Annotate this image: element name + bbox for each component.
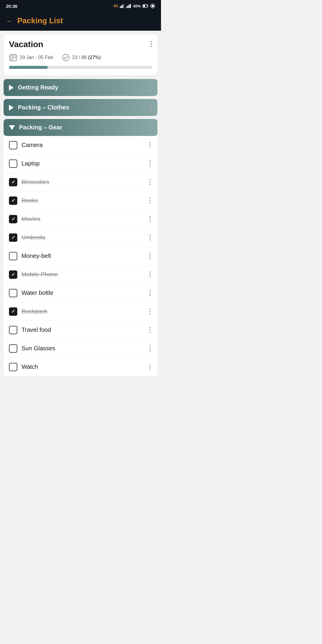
section-packing-gear[interactable]: Packing – Gear xyxy=(4,119,157,136)
item-left-2: ✓Binoculars xyxy=(9,178,49,186)
item-dot-1 xyxy=(149,163,151,164)
svg-rect-22 xyxy=(12,59,13,60)
item-dot-1 xyxy=(149,348,151,349)
item-dot-2 xyxy=(149,221,151,222)
svg-rect-19 xyxy=(13,58,14,58)
expand-icon-gear xyxy=(9,125,15,130)
item-left-11: Sun Glasses xyxy=(9,344,55,353)
item-dot-0 xyxy=(149,253,151,254)
progress-check-icon xyxy=(62,54,70,61)
menu-dot-2 xyxy=(151,43,152,45)
item-label-1: Laptop xyxy=(21,160,40,167)
section-getting-ready[interactable]: Getting Ready xyxy=(4,79,157,96)
item-dot-0 xyxy=(149,271,151,273)
item-dot-2 xyxy=(149,295,151,296)
item-dot-0 xyxy=(149,179,151,180)
svg-rect-1 xyxy=(121,5,122,8)
item-dot-1 xyxy=(149,200,151,201)
checkbox-5[interactable]: ✓ xyxy=(9,233,17,242)
item-menu-button-2[interactable] xyxy=(148,178,152,186)
checkbox-4[interactable]: ✓ xyxy=(9,215,17,223)
checkbox-8[interactable] xyxy=(9,289,17,297)
svg-rect-4 xyxy=(126,6,127,8)
checkbox-12[interactable] xyxy=(9,363,17,371)
item-dot-2 xyxy=(149,165,151,167)
item-dot-2 xyxy=(149,184,151,185)
progress-bar xyxy=(9,66,152,69)
checkbox-0[interactable] xyxy=(9,141,17,149)
vacation-title: Vacation xyxy=(9,40,43,49)
item-menu-button-3[interactable] xyxy=(148,196,152,205)
card-meta: 29 Jan - 05 Feb 23 / 86 (27%) xyxy=(9,53,152,62)
item-menu-button-7[interactable] xyxy=(148,270,152,279)
status-bar: 20:36 4G 40% xyxy=(0,0,161,12)
item-menu-button-11[interactable] xyxy=(148,344,152,353)
section-packing-clothes[interactable]: Packing – Clothes xyxy=(4,99,157,116)
checkbox-2[interactable]: ✓ xyxy=(9,178,17,186)
vacation-menu-button[interactable] xyxy=(151,40,152,47)
svg-rect-15 xyxy=(11,54,12,56)
item-left-5: ✓Umbrella xyxy=(9,233,45,242)
collapse-icon-clothes xyxy=(9,105,14,111)
checkbox-1[interactable] xyxy=(9,160,17,168)
item-menu-button-0[interactable] xyxy=(148,141,152,149)
section-menu-clothes[interactable] xyxy=(151,104,152,111)
checkbox-10[interactable] xyxy=(9,326,17,334)
checkmark: ✓ xyxy=(11,235,15,240)
item-dot-1 xyxy=(149,274,151,275)
svg-rect-16 xyxy=(14,54,15,56)
item-dot-1 xyxy=(149,292,151,294)
table-row: Camera xyxy=(4,136,157,154)
table-row: Watch xyxy=(4,358,157,376)
status-icons: 4G 40% xyxy=(113,4,155,8)
checkbox-3[interactable]: ✓ xyxy=(9,196,17,205)
item-left-4: ✓Movies xyxy=(9,215,40,223)
item-label-2: Binoculars xyxy=(21,179,49,185)
checkmark: ✓ xyxy=(11,216,15,222)
item-menu-button-9[interactable] xyxy=(148,307,152,316)
back-button[interactable]: ← xyxy=(6,17,13,25)
item-menu-button-8[interactable] xyxy=(148,289,152,297)
date-range: 29 Jan - 05 Feb xyxy=(9,53,53,62)
item-dot-2 xyxy=(149,239,151,241)
item-dot-0 xyxy=(149,308,151,310)
table-row: ✓Umbrella xyxy=(4,228,157,247)
section-menu-getting-ready[interactable] xyxy=(151,84,152,91)
item-menu-button-6[interactable] xyxy=(148,252,152,260)
svg-rect-17 xyxy=(10,58,11,58)
checkmark: ✓ xyxy=(11,198,15,203)
svg-point-12 xyxy=(151,5,154,7)
item-label-8: Water bottle xyxy=(21,290,53,296)
item-menu-button-4[interactable] xyxy=(148,215,152,223)
checkmark: ✓ xyxy=(11,179,15,185)
checkbox-9[interactable]: ✓ xyxy=(9,307,17,316)
item-menu-button-5[interactable] xyxy=(148,233,152,242)
svg-point-23 xyxy=(63,54,69,61)
item-dot-2 xyxy=(149,332,151,333)
item-menu-button-1[interactable] xyxy=(148,159,152,168)
item-left-12: Watch xyxy=(9,363,38,371)
checkbox-6[interactable] xyxy=(9,252,17,260)
svg-rect-3 xyxy=(123,4,124,8)
item-menu-button-12[interactable] xyxy=(148,363,152,371)
item-dot-1 xyxy=(149,311,151,312)
status-time: 20:36 xyxy=(6,4,17,9)
item-dot-2 xyxy=(149,276,151,278)
menu-dot-3 xyxy=(151,46,152,47)
item-dot-2 xyxy=(149,258,151,259)
checkbox-7[interactable]: ✓ xyxy=(9,270,17,279)
gear-items-list: CameraLaptop✓Binoculars✓Books✓Movies✓Umb… xyxy=(4,136,157,376)
svg-rect-9 xyxy=(143,5,145,7)
checkbox-11[interactable] xyxy=(9,344,17,353)
table-row: Money-belt xyxy=(4,247,157,265)
item-dot-1 xyxy=(149,329,151,331)
item-left-10: Travel food xyxy=(9,326,51,334)
item-menu-button-10[interactable] xyxy=(148,326,152,334)
item-label-7: Mobile Phone xyxy=(21,271,58,278)
svg-rect-6 xyxy=(129,4,130,8)
section-menu-gear[interactable] xyxy=(151,124,152,131)
item-left-9: ✓Backpack xyxy=(9,307,47,316)
item-left-1: Laptop xyxy=(9,160,40,168)
item-dot-0 xyxy=(149,197,151,199)
calendar-icon xyxy=(9,53,17,62)
